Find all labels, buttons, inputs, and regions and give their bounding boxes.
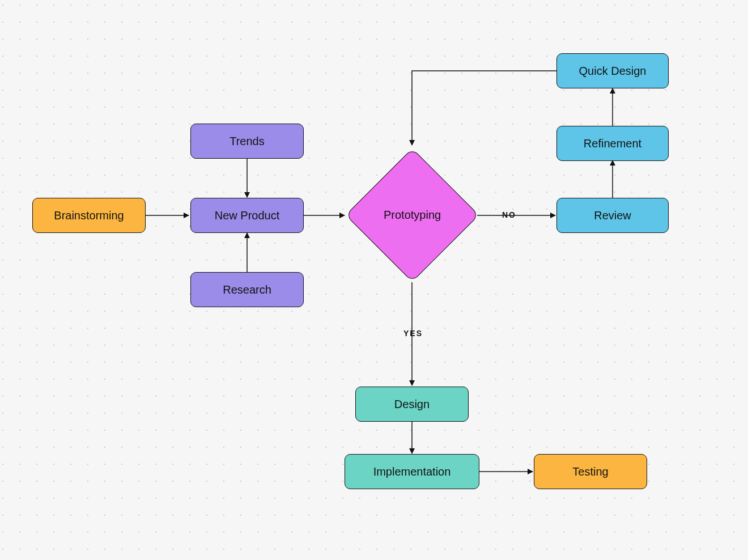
node-testing[interactable]: Testing — [534, 454, 647, 489]
edge-label-no: NO — [502, 210, 516, 219]
node-label: Refinement — [584, 137, 641, 150]
node-label: Design — [394, 398, 430, 411]
node-trends[interactable]: Trends — [190, 124, 304, 159]
flowchart-canvas[interactable]: NO YES Brainstorming Trends New Product … — [0, 0, 748, 560]
edge-label-yes: YES — [403, 329, 423, 338]
node-label: Testing — [572, 465, 608, 478]
node-quick-design[interactable]: Quick Design — [556, 53, 669, 88]
node-review[interactable]: Review — [556, 198, 669, 233]
node-label: Trends — [230, 135, 265, 148]
node-implementation[interactable]: Implementation — [345, 454, 479, 489]
node-label: New Product — [215, 209, 280, 222]
node-brainstorming[interactable]: Brainstorming — [32, 198, 146, 233]
node-label: Review — [594, 209, 631, 222]
node-label: Research — [223, 283, 271, 296]
node-research[interactable]: Research — [190, 272, 304, 307]
node-label: Prototyping — [384, 209, 441, 222]
node-label: Brainstorming — [54, 209, 124, 222]
node-label: Quick Design — [579, 65, 647, 78]
node-label: Implementation — [373, 465, 451, 478]
node-design[interactable]: Design — [355, 387, 469, 422]
node-new-product[interactable]: New Product — [190, 198, 304, 233]
node-refinement[interactable]: Refinement — [556, 126, 669, 161]
